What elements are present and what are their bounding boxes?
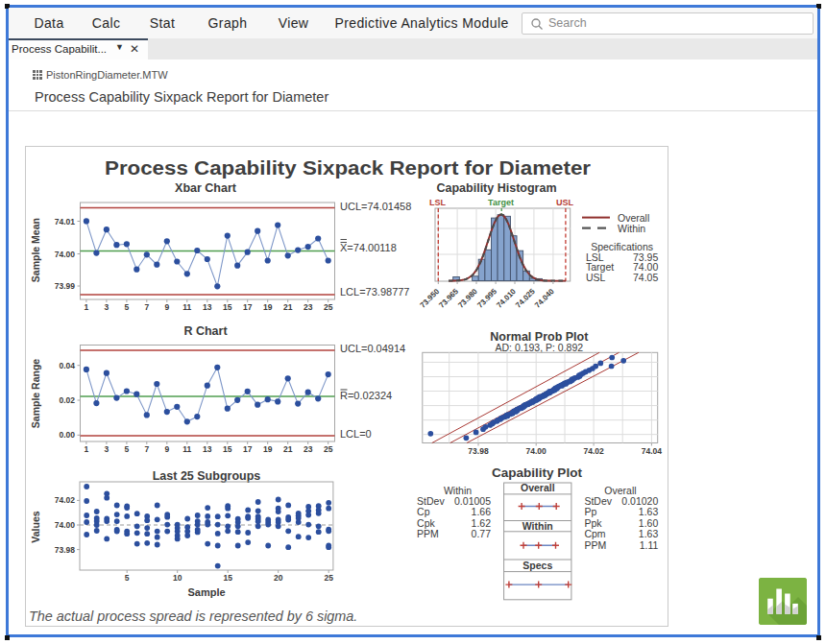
- svg-text:UCL=74.01458: UCL=74.01458: [340, 201, 411, 212]
- svg-text:PPM: PPM: [584, 539, 606, 551]
- svg-text:74.00: 74.00: [55, 520, 76, 530]
- svg-text:3: 3: [105, 444, 109, 454]
- svg-text:Overall: Overall: [521, 482, 555, 493]
- svg-text:Specs: Specs: [522, 560, 552, 571]
- svg-text:Ppk: Ppk: [584, 517, 602, 529]
- svg-text:1: 1: [85, 302, 89, 312]
- svg-text:11: 11: [182, 302, 191, 312]
- svg-text:1.11: 1.11: [640, 539, 659, 551]
- svg-text:73.99: 73.99: [55, 281, 76, 291]
- svg-text:Values: Values: [30, 511, 41, 542]
- svg-text:X=74.00118: X=74.00118: [340, 242, 397, 253]
- svg-text:5: 5: [125, 573, 130, 583]
- svg-text:73.995: 73.995: [475, 287, 498, 310]
- svg-text:10: 10: [173, 573, 182, 583]
- svg-text:1.66: 1.66: [472, 506, 492, 517]
- svg-text:73.98: 73.98: [55, 545, 76, 555]
- svg-text:1.60: 1.60: [639, 517, 659, 529]
- svg-text:23: 23: [304, 302, 313, 312]
- svg-text:7: 7: [144, 302, 149, 312]
- svg-text:PPM: PPM: [417, 528, 439, 539]
- svg-text:5: 5: [125, 302, 130, 312]
- svg-text:20: 20: [274, 573, 283, 583]
- svg-text:Cpk: Cpk: [417, 517, 435, 529]
- svg-text:74.040: 74.040: [533, 287, 556, 310]
- svg-text:73.950: 73.950: [419, 287, 442, 310]
- svg-text:Capability Plot: Capability Plot: [492, 465, 582, 480]
- svg-text:9: 9: [164, 444, 169, 454]
- svg-text:13: 13: [203, 302, 212, 312]
- svg-text:0.04: 0.04: [59, 361, 75, 370]
- svg-text:Sample Mean: Sample Mean: [30, 218, 41, 282]
- svg-text:73.980: 73.980: [456, 287, 479, 310]
- svg-text:USL: USL: [586, 272, 606, 283]
- svg-text:15: 15: [223, 573, 232, 583]
- svg-text:7: 7: [144, 444, 149, 454]
- svg-text:StDev: StDev: [417, 495, 445, 507]
- svg-text:23: 23: [304, 444, 313, 454]
- svg-text:LCL=0: LCL=0: [340, 428, 372, 440]
- svg-text:Target: Target: [488, 198, 514, 207]
- svg-text:25: 25: [324, 573, 333, 583]
- svg-text:0.01005: 0.01005: [454, 495, 491, 507]
- svg-text:74.00: 74.00: [526, 446, 547, 456]
- svg-text:Within: Within: [618, 223, 645, 234]
- svg-text:Sample: Sample: [187, 586, 225, 598]
- svg-text:LCL=73.98777: LCL=73.98777: [340, 286, 409, 298]
- svg-text:AD: 0.193, P: 0.892: AD: 0.193, P: 0.892: [495, 342, 583, 353]
- svg-text:15: 15: [223, 444, 232, 454]
- svg-text:19: 19: [263, 302, 273, 312]
- svg-text:Xbar Chart: Xbar Chart: [175, 181, 237, 195]
- svg-text:5: 5: [125, 444, 130, 454]
- svg-text:25: 25: [324, 302, 333, 312]
- svg-text:74.00: 74.00: [55, 250, 76, 259]
- svg-text:74.01: 74.01: [55, 217, 76, 227]
- svg-text:74.025: 74.025: [514, 287, 537, 310]
- svg-text:1.63: 1.63: [639, 506, 659, 517]
- svg-text:73.98: 73.98: [468, 446, 489, 456]
- svg-text:Capability Histogram: Capability Histogram: [436, 181, 556, 195]
- svg-text:21: 21: [283, 302, 293, 312]
- svg-text:0.02: 0.02: [59, 395, 75, 405]
- svg-text:1.62: 1.62: [472, 517, 492, 529]
- svg-text:74.05: 74.05: [633, 272, 658, 283]
- svg-text:9: 9: [164, 302, 169, 312]
- svg-text:73.965: 73.965: [437, 287, 460, 310]
- svg-text:19: 19: [263, 444, 273, 454]
- svg-text:17: 17: [243, 302, 253, 312]
- svg-text:Cp: Cp: [417, 506, 430, 517]
- svg-text:1: 1: [85, 444, 89, 454]
- svg-text:0.77: 0.77: [472, 528, 492, 539]
- svg-text:25: 25: [324, 444, 333, 454]
- svg-text:Cpm: Cpm: [584, 528, 605, 539]
- svg-text:USL: USL: [556, 198, 574, 207]
- svg-text:17: 17: [243, 444, 253, 454]
- svg-text:Within: Within: [522, 520, 553, 532]
- svg-text:3: 3: [105, 302, 109, 312]
- svg-text:13: 13: [203, 444, 212, 454]
- svg-text:74.010: 74.010: [495, 287, 518, 310]
- svg-text:74.02: 74.02: [55, 495, 76, 505]
- svg-text:15: 15: [223, 302, 232, 312]
- svg-text:11: 11: [182, 444, 191, 454]
- svg-text:0.00: 0.00: [59, 430, 75, 440]
- svg-text:R Chart: R Chart: [183, 324, 228, 338]
- svg-text:74.04: 74.04: [642, 446, 663, 456]
- svg-text:StDev: StDev: [584, 495, 612, 507]
- svg-text:Process Capability Sixpack Rep: Process Capability Sixpack Report for Di…: [105, 157, 591, 179]
- svg-text:Sample Range: Sample Range: [30, 359, 41, 429]
- svg-text:R=0.02324: R=0.02324: [340, 390, 392, 401]
- svg-text:Last 25 Subgroups: Last 25 Subgroups: [153, 469, 261, 483]
- svg-text:74.02: 74.02: [583, 446, 604, 456]
- svg-text:Pp: Pp: [584, 506, 596, 517]
- svg-text:UCL=0.04914: UCL=0.04914: [340, 343, 405, 354]
- svg-text:0.01020: 0.01020: [621, 495, 658, 507]
- svg-text:LSL: LSL: [429, 198, 447, 207]
- svg-text:1.63: 1.63: [639, 528, 659, 539]
- svg-text:21: 21: [283, 444, 293, 454]
